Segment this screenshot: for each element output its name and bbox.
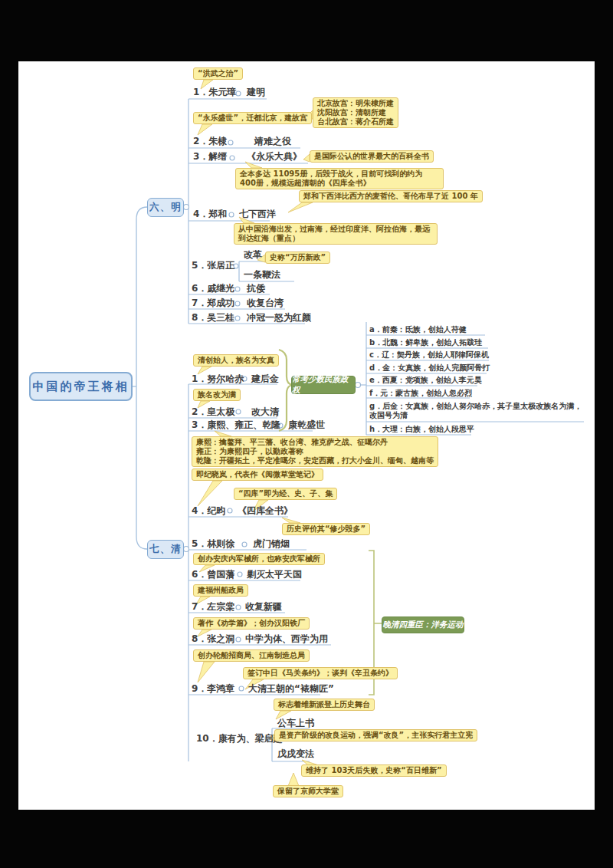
note-yongle[interactable]: “永乐盛世”，迁都北京，建故宫 <box>193 112 312 124</box>
ming-item-4-sub[interactable]: 七下西洋 <box>239 209 276 219</box>
minority-item-d[interactable]: d．金：女真族，创始人完颜阿骨打 <box>369 363 490 373</box>
qing-item-7[interactable]: 7．左宗棠 <box>192 601 234 612</box>
note-zhenghe-earlier[interactable]: 郑和下西洋比西方的麦哲伦、哥伦布早了近 100 年 <box>299 190 483 202</box>
minority-item-f[interactable]: f．元：蒙古族，创始人忽必烈 <box>369 389 472 398</box>
note-jixiaolan[interactable]: 即纪晓岚，代表作《阅微草堂笔记》 <box>192 469 323 481</box>
note-siku-meaning[interactable]: “四库”即为经、史、子、集 <box>234 488 337 500</box>
ming-item-2[interactable]: 2．朱棣 <box>193 136 227 146</box>
ming-item-1[interactable]: 1．朱元璋 <box>193 87 236 97</box>
ming-item-3-sub[interactable]: 《永乐大典》 <box>247 151 302 162</box>
minority-item-g[interactable]: g．后金：女真族，创始人努尔哈赤，其子皇太极改族名为满，改国号为清 <box>369 402 587 420</box>
qing-item-3[interactable]: 3．康熙、雍正、乾隆 <box>192 419 280 430</box>
qing-item-9-sub[interactable]: 大清王朝的“裱糊匠” <box>248 683 334 694</box>
ming-item-6[interactable]: 6．戚继光 <box>192 283 234 294</box>
qing-item-2-sub[interactable]: 改大清 <box>251 406 279 417</box>
qing-item-9[interactable]: 9．李鸿章 <box>192 683 234 694</box>
minority-item-h[interactable]: h．大理：白族，创始人段思平 <box>369 425 474 434</box>
note-bourgeois-reform[interactable]: 是资产阶级的改良运动，强调“改良”，主张实行君主立宪 <box>274 729 477 741</box>
qing-item-3-sub[interactable]: 康乾盛世 <box>288 419 325 430</box>
ming-item-7-sub[interactable]: 收复台湾 <box>247 298 284 308</box>
ming-item-5-sub1[interactable]: 改革 <box>244 249 262 260</box>
qing-item-6-sub[interactable]: 剿灭太平天国 <box>247 569 302 580</box>
note-anqing-arsenal[interactable]: 创办安庆内军械所，也称安庆军械所 <box>193 553 325 565</box>
ming-item-5-sub2[interactable]: 一条鞭法 <box>244 269 280 280</box>
note-weixin-stage[interactable]: 标志着维新派登上历史舞台 <box>274 699 375 711</box>
note-treaties[interactable]: 签订中日《马关条约》；谈判《辛丑条约》 <box>243 667 398 679</box>
qing-item-4-sub[interactable]: 《四库全书》 <box>238 505 293 516</box>
qing-item-5-sub[interactable]: 虎门销烟 <box>253 538 290 549</box>
note-evaluation[interactable]: 历史评价其“修少毁多” <box>282 523 370 535</box>
note-jingshi-university[interactable]: 保留了京师大学堂 <box>273 785 343 797</box>
note-103-days[interactable]: 维持了 103天后失败，史称“百日维新” <box>301 764 447 777</box>
note-wanli[interactable]: 史称“万历新政” <box>265 252 330 264</box>
note-qing-founder[interactable]: 清创始人，族名为女真 <box>193 354 279 367</box>
note-encyclopedia[interactable]: 是国际公认的世界最大的百科全书 <box>310 150 434 163</box>
qing-item-6[interactable]: 6．曾国藩 <box>192 569 234 580</box>
note-fuzhou-shipyard[interactable]: 建福州船政局 <box>193 584 248 597</box>
ming-item-8-sub[interactable]: 冲冠一怒为红颜 <box>247 312 311 323</box>
ming-item-6-sub[interactable]: 抗倭 <box>247 283 265 294</box>
branch-ming[interactable]: 六、明 <box>147 198 184 217</box>
note-rename-man[interactable]: 族名改为满 <box>193 389 241 401</box>
ming-item-8[interactable]: 8．吴三桂 <box>192 312 234 323</box>
qing-item-7-sub[interactable]: 收复新疆 <box>245 601 282 612</box>
qing-item-4[interactable]: 4．纪昀 <box>192 505 225 516</box>
branch-qing[interactable]: 七、清 <box>147 540 184 559</box>
note-lunchuan-bureau[interactable]: 创办轮船招商局、江南制造总局 <box>193 649 310 662</box>
note-palaces[interactable]: 北京故宫：明朱棣所建 沈阳故宫：清朝所建 台北故宫：蒋介石所建 <box>313 97 398 128</box>
minority-item-c[interactable]: c．辽：契丹族，创始人耶律阿保机 <box>369 350 489 360</box>
ming-item-3[interactable]: 3．解缙 <box>193 151 227 162</box>
note-quanxuepian[interactable]: 著作《劝学篇》；创办汉阳铁厂 <box>193 617 310 630</box>
ming-item-1-sub[interactable]: 建明 <box>247 87 265 97</box>
root-topic[interactable]: 中国的帝王将相 <box>29 372 133 401</box>
qing-item-10[interactable]: 10．康有为、梁启超 <box>196 733 283 744</box>
minority-item-b[interactable]: b．北魏：鲜卑族，创始人拓跋珪 <box>369 338 482 347</box>
summary-late-qing-ministers[interactable]: 晚清四重臣：洋务运动 <box>382 616 464 633</box>
note-three-emperors[interactable]: 康熙：擒鳌拜、平三藩、收台湾、雅克萨之战、征噶尔丹 雍正：为康熙四子，以勤政著称… <box>192 436 438 467</box>
note-zhenghe-route[interactable]: 从中国沿海出发，过南海，经过印度洋、阿拉伯海，最远到达红海（重点） <box>234 223 438 245</box>
ming-item-4[interactable]: 4．郑和 <box>193 209 227 219</box>
minority-item-a[interactable]: a．前秦：氐族，创始人苻健 <box>369 325 467 334</box>
minority-item-e[interactable]: e．西夏：党项族，创始人李元昊 <box>369 376 482 385</box>
qing-item-8[interactable]: 8．张之洞 <box>192 633 234 644</box>
ming-item-2-sub[interactable]: 靖难之役 <box>254 136 291 146</box>
note-volumes[interactable]: 全本多达 11095册，后毁于战火，目前可找到的约为 400册，规模远超清朝的《… <box>235 168 444 189</box>
qing-item-10-sub1[interactable]: 公车上书 <box>277 718 314 728</box>
summary-minority-regimes[interactable]: 常考少数民族政权 <box>291 376 356 394</box>
ming-item-5[interactable]: 5．张居正 <box>192 260 234 271</box>
mindmap-canvas: 中国的帝王将相 六、明 七、清 1．朱元璋 建明 2．朱棣 靖难之役 3．解缙 … <box>0 0 613 868</box>
qing-item-1-sub[interactable]: 建后金 <box>251 373 279 384</box>
qing-item-1[interactable]: 1．努尔哈赤 <box>192 373 244 384</box>
qing-item-2[interactable]: 2．皇太极 <box>192 406 234 417</box>
qing-item-8-sub[interactable]: 中学为体、西学为用 <box>245 633 328 644</box>
note-hongwu[interactable]: “洪武之治” <box>193 67 243 80</box>
qing-item-10-sub2[interactable]: 戊戌变法 <box>277 748 314 759</box>
ming-item-7[interactable]: 7．郑成功 <box>192 298 234 308</box>
qing-item-5[interactable]: 5．林则徐 <box>192 538 234 549</box>
